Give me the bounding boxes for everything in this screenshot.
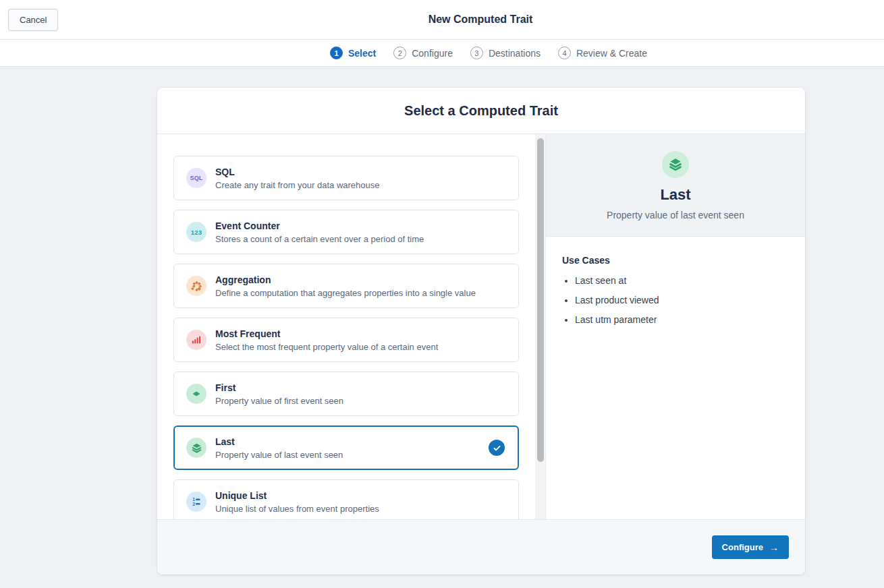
wizard-stepper-bar: 1 Select 2 Configure 3 Destinations 4 Re… [0,40,884,67]
trait-title: SQL [215,167,380,177]
arrow-right-icon: → [769,543,779,552]
trait-description: Create any trait from your data warehous… [215,180,380,190]
step-number-badge: 1 [330,47,343,59]
page-title: New Computed Trait [429,13,533,26]
trait-item-most-frequent[interactable]: Most Frequent Select the most frequent p… [173,318,519,362]
step-label: Destinations [489,48,541,59]
card-footer: Configure → [157,519,805,575]
top-bar: Cancel New Computed Trait [0,0,884,40]
use-case-item: Last utm parameter [575,314,789,325]
configure-button-label: Configure [722,542,763,552]
step-number-badge: 4 [558,47,571,59]
bar-chart-icon [186,330,206,350]
numbered-list-icon: 1 2 [186,492,206,512]
trait-description: Property value of first event seen [215,396,343,406]
cancel-button[interactable]: Cancel [8,9,58,31]
svg-text:2: 2 [192,502,195,506]
trait-title: Most Frequent [215,328,438,339]
use-case-item: Last seen at [575,275,789,286]
trait-description: Unique list of values from event propert… [215,504,379,514]
selected-check-icon [489,440,505,456]
trait-item-last[interactable]: Last Property value of last event seen [173,425,519,470]
configure-button[interactable]: Configure → [712,535,789,559]
step-number-badge: 3 [470,47,483,59]
list-scrollbar-track[interactable] [535,134,545,519]
trait-description: Property value of last event seen [215,450,343,460]
sql-badge-icon: SQL [186,168,206,188]
step-label: Configure [412,48,453,59]
step-number-badge: 2 [393,47,406,59]
trait-item-aggregation[interactable]: Aggregation Define a computation that ag… [173,264,519,308]
step-destinations[interactable]: 3 Destinations [470,47,541,59]
trait-description: Stores a count of a certain event over a… [215,234,424,244]
step-select[interactable]: 1 Select [330,47,376,59]
use-cases-section: Use Cases Last seen at Last product view… [546,237,805,334]
diamond-icon [186,384,206,404]
use-case-item: Last product viewed [575,295,789,305]
trait-title: Last [215,436,343,447]
aggregation-pinwheel-icon [186,276,206,296]
trait-item-first[interactable]: First Property value of first event seen [173,372,519,416]
trait-title: Event Counter [215,220,424,231]
trait-title: Aggregation [215,274,476,285]
step-label: Review & Create [576,48,647,59]
trait-list: SQL SQL Create any trait from your data … [157,134,535,519]
detail-subtitle: Property value of last event seen [607,210,744,220]
card-title: Select a Computed Trait [157,88,805,134]
trait-description: Select the most frequent property value … [215,342,438,352]
layers-icon [186,438,206,458]
select-trait-card: Select a Computed Trait SQL SQL Create a… [157,88,805,575]
use-cases-heading: Use Cases [562,255,789,266]
use-cases-list: Last seen at Last product viewed Last ut… [575,275,789,325]
trait-title: First [215,382,343,393]
step-review-create[interactable]: 4 Review & Create [558,47,647,59]
list-scrollbar-thumb[interactable] [537,138,544,462]
trait-description: Define a computation that aggregates pro… [215,288,476,298]
card-body: SQL SQL Create any trait from your data … [157,134,805,519]
counter-123-icon: 123 [186,222,206,242]
trait-title: Unique List [215,490,379,501]
detail-title: Last [660,186,690,204]
trait-detail-panel: Last Property value of last event seen U… [545,134,805,519]
trait-item-unique-list[interactable]: 1 2 Unique List Unique list of values fr… [173,479,519,519]
trait-item-event-counter[interactable]: 123 Event Counter Stores a count of a ce… [173,210,519,254]
layers-icon [662,151,689,178]
step-configure[interactable]: 2 Configure [393,47,453,59]
trait-detail-header: Last Property value of last event seen [546,134,805,237]
step-label: Select [348,48,376,59]
trait-item-sql[interactable]: SQL SQL Create any trait from your data … [173,156,519,200]
wizard-stepper: 1 Select 2 Configure 3 Destinations 4 Re… [330,47,647,59]
